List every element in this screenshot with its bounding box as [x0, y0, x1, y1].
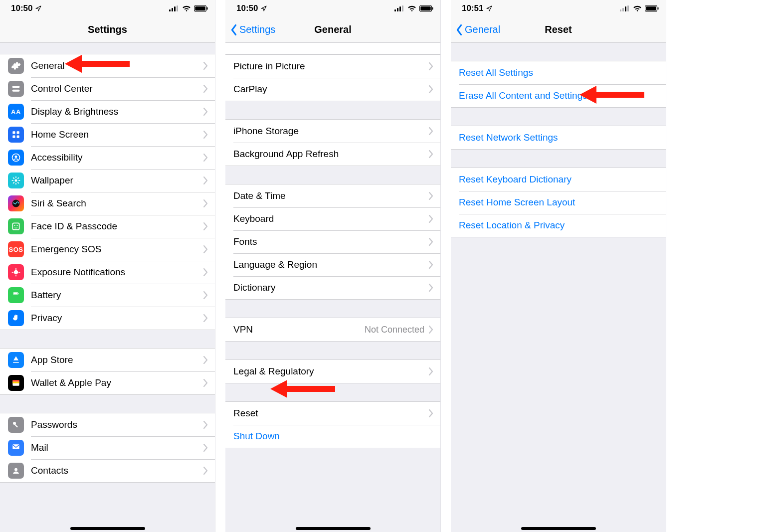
row-bgapp[interactable]: Background App Refresh: [225, 143, 440, 166]
row-carplay[interactable]: CarPlay: [225, 78, 440, 101]
row-label: Emergency SOS: [31, 244, 203, 255]
row-erase-all[interactable]: Erase All Content and Settings: [451, 84, 666, 107]
row-label: Keyboard: [233, 213, 428, 224]
row-reset[interactable]: Reset: [225, 402, 440, 425]
row-display-brightness[interactable]: AADisplay & Brightness: [0, 100, 215, 123]
row-label: General: [31, 60, 203, 71]
row-label: Contacts: [31, 465, 203, 476]
cell-signal-icon: [620, 5, 630, 12]
row-passwords[interactable]: Passwords: [0, 413, 215, 436]
panel-general: 10:50 Settings General . Picture in Pi: [225, 0, 441, 532]
row-wallpaper[interactable]: Wallpaper: [0, 169, 215, 192]
row-accessibility[interactable]: Accessibility: [0, 146, 215, 169]
wifi-icon: [407, 5, 416, 12]
row-reset-all[interactable]: Reset All Settings: [451, 61, 666, 84]
row-reset-kbd[interactable]: Reset Keyboard Dictionary: [451, 168, 666, 191]
row-shutdown[interactable]: Shut Down: [225, 425, 440, 448]
chevron-right-icon: [428, 192, 433, 200]
row-reset-home[interactable]: Reset Home Screen Layout: [451, 191, 666, 214]
row-faceid-passcode[interactable]: Face ID & Passcode: [0, 215, 215, 238]
svg-point-20: [15, 156, 17, 158]
chevron-right-icon: [428, 215, 433, 223]
chevron-right-icon: [203, 108, 208, 116]
chevron-left-icon: [229, 24, 238, 36]
svg-rect-31: [12, 223, 19, 229]
key-icon: [8, 417, 24, 433]
partial-row[interactable]: .: [225, 43, 440, 54]
row-reset-loc[interactable]: Reset Location & Privacy: [451, 214, 666, 237]
row-reset-net[interactable]: Reset Network Settings: [451, 126, 666, 149]
status-time: 10:51: [462, 3, 483, 13]
row-legal[interactable]: Legal & Regulatory: [225, 360, 440, 383]
svg-rect-46: [14, 424, 18, 428]
person-icon: [8, 150, 24, 166]
svg-line-27: [17, 182, 19, 183]
row-mail[interactable]: Mail: [0, 436, 215, 459]
chevron-right-icon: [428, 85, 433, 93]
chevron-right-icon: [428, 62, 433, 70]
svg-point-32: [14, 225, 15, 226]
back-button[interactable]: Settings: [229, 17, 275, 42]
wifi-icon: [182, 5, 191, 12]
battery-icon: [8, 287, 24, 303]
row-battery[interactable]: Battery: [0, 284, 215, 307]
row-langreg[interactable]: Language & Region: [225, 253, 440, 276]
row-label: Reset: [233, 408, 428, 419]
row-app-store[interactable]: App Store: [0, 349, 215, 371]
row-pip[interactable]: Picture in Picture: [225, 55, 440, 78]
row-home-screen[interactable]: Home Screen: [0, 123, 215, 146]
row-label: VPN: [233, 324, 365, 335]
svg-rect-17: [12, 136, 15, 138]
row-contacts[interactable]: Contacts: [0, 459, 215, 482]
row-label: Shut Down: [233, 431, 433, 442]
home-indicator: [296, 527, 371, 530]
row-storage[interactable]: iPhone Storage: [225, 120, 440, 143]
chevron-right-icon: [203, 177, 208, 184]
row-datetime[interactable]: Date & Time: [225, 184, 440, 207]
page-title: Settings: [88, 24, 127, 35]
page-title: General: [314, 24, 351, 35]
status-bar: 10:50: [225, 0, 440, 17]
row-label: Picture in Picture: [233, 61, 428, 72]
svg-point-33: [16, 225, 17, 226]
row-label: Legal & Regulatory: [233, 366, 428, 377]
contacts-icon: [8, 463, 24, 479]
row-control-center[interactable]: Control Center: [0, 77, 215, 100]
row-exposure[interactable]: Exposure Notifications: [0, 261, 215, 284]
row-label: Home Screen: [31, 129, 203, 140]
row-keyboard[interactable]: Keyboard: [225, 207, 440, 230]
mail-icon: [8, 440, 24, 456]
svg-rect-43: [12, 380, 19, 381]
general-group-5: Legal & Regulatory: [225, 359, 440, 383]
row-privacy[interactable]: Privacy: [0, 307, 215, 330]
wallet-icon: [8, 375, 24, 391]
row-label: Wallet & Apple Pay: [31, 377, 203, 388]
gear-icon: [8, 58, 24, 74]
row-dict[interactable]: Dictionary: [225, 276, 440, 299]
row-label: Exposure Notifications: [31, 267, 203, 278]
general-group-2: iPhone StorageBackground App Refresh: [225, 119, 440, 166]
chevron-right-icon: [203, 291, 208, 299]
row-label: Reset Location & Privacy: [459, 220, 659, 231]
wifi-icon: [633, 5, 642, 12]
general-group-6: ResetShut Down: [225, 401, 440, 448]
back-button[interactable]: General: [455, 17, 500, 42]
row-fonts[interactable]: Fonts: [225, 230, 440, 253]
row-label: Dictionary: [233, 282, 428, 293]
face-icon: [8, 218, 24, 234]
chevron-right-icon: [203, 222, 208, 230]
cell-signal-icon: [394, 5, 404, 12]
chevron-right-icon: [203, 314, 208, 322]
row-wallet-applepay[interactable]: Wallet & Apple Pay: [0, 371, 215, 394]
row-vpn[interactable]: VPNNot Connected: [225, 318, 440, 341]
chevron-left-icon: [455, 24, 464, 36]
reset-group-1: Reset All SettingsErase All Content and …: [451, 61, 666, 108]
row-general[interactable]: General: [0, 54, 215, 77]
home-indicator: [70, 527, 145, 530]
settings-group-1: GeneralControl CenterAADisplay & Brightn…: [0, 54, 215, 330]
location-icon: [261, 5, 267, 11]
svg-rect-18: [17, 136, 19, 138]
back-label: General: [465, 24, 500, 35]
row-siri-search[interactable]: Siri & Search: [0, 192, 215, 215]
row-emergency-sos[interactable]: SOSEmergency SOS: [0, 238, 215, 261]
